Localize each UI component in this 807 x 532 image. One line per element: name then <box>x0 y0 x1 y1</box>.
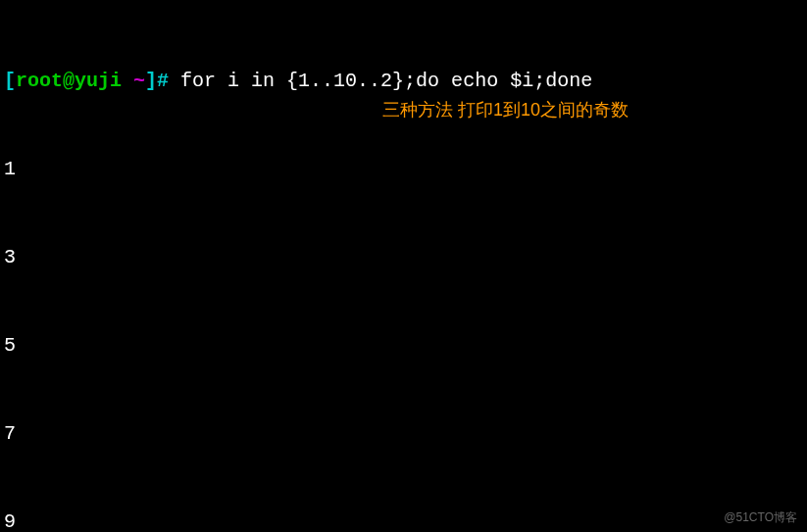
output-line: 7 <box>4 419 803 449</box>
watermark-text: @51CTO博客 <box>724 508 797 526</box>
output-line: 1 <box>4 155 803 184</box>
annotation-text: 三种方法 打印1到10之间的奇数 <box>382 97 629 123</box>
prompt-bracket-open: [ <box>4 70 16 92</box>
prompt-bracket-close: ]# <box>145 70 180 92</box>
prompt-tilde: ~ <box>133 70 145 92</box>
command-line-1[interactable]: [root@yuji ~]# for i in {1..10..2};do ec… <box>4 67 803 96</box>
output-line: 5 <box>4 331 803 361</box>
terminal-window[interactable]: [root@yuji ~]# for i in {1..10..2};do ec… <box>4 8 803 532</box>
output-line: 9 <box>4 508 803 532</box>
command-1: for i in {1..10..2};do echo $i;done <box>180 70 592 92</box>
prompt-user-host: root@yuji <box>16 70 133 92</box>
output-line: 3 <box>4 243 803 272</box>
